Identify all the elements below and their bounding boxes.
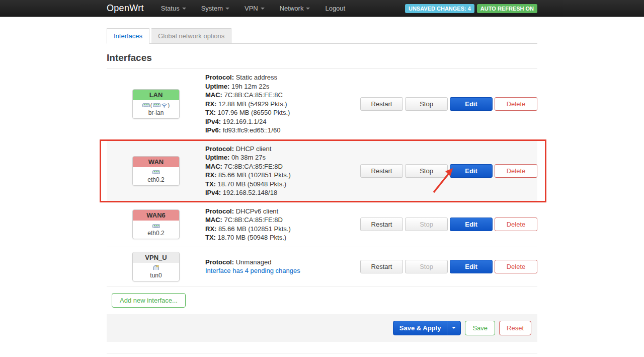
info-label: Protocol:: [205, 258, 234, 266]
info-label: Uptime:: [205, 83, 229, 90]
info-value: DHCPv6 client: [236, 207, 279, 215]
page-title: Interfaces: [107, 52, 537, 63]
info-value: 85.66 MB (102851 Pkts.): [218, 225, 291, 233]
interface-row-wan6: WAN6 eth0.2 Protocol: DHCPv6 client MAC:…: [107, 202, 537, 247]
nav-menu-vpn[interactable]: VPN: [245, 5, 265, 12]
restart-button-wan6[interactable]: Restart: [360, 218, 403, 231]
interface-badge-name: VPN_U: [133, 252, 179, 263]
edit-button-wan[interactable]: Edit: [450, 164, 493, 178]
unsaved-changes-badge[interactable]: UNSAVED CHANGES: 4: [405, 4, 474, 13]
nav-menu-status[interactable]: Status: [161, 5, 186, 12]
info-value: 192.168.52.148/18: [223, 189, 277, 196]
nav-menu-vpn-label: VPN: [245, 5, 258, 12]
edit-button-vpnu[interactable]: Edit: [450, 260, 493, 273]
chevron-down-icon: [261, 8, 265, 10]
info-label: IPv4:: [205, 118, 221, 125]
tab-global-network-options[interactable]: Global network options: [151, 28, 231, 44]
interface-badge-wan: WAN eth0.2: [132, 156, 180, 186]
info-value: 85.66 MB (102851 Pkts.): [218, 171, 291, 179]
delete-button-wan6[interactable]: Delete: [495, 218, 537, 231]
info-label: RX:: [205, 225, 216, 233]
auto-refresh-badge[interactable]: AUTO REFRESH ON: [477, 4, 537, 13]
info-value: fd93:ffc9:ed65::1/60: [223, 126, 281, 134]
reset-button[interactable]: Reset: [499, 321, 531, 335]
delete-button-lan[interactable]: Delete: [495, 97, 537, 111]
restart-button-lan[interactable]: Restart: [360, 97, 403, 111]
info-label: TX:: [205, 234, 216, 241]
info-label: MAC:: [205, 91, 222, 99]
stop-button-vpnu[interactable]: Stop: [405, 260, 448, 273]
restart-button-wan[interactable]: Restart: [360, 164, 403, 178]
delete-button-wan[interactable]: Delete: [495, 164, 537, 178]
info-label: RX:: [205, 171, 216, 179]
interface-badge-lan: LAN ( ) br-lan: [132, 89, 180, 119]
add-new-interface-button[interactable]: Add new interface...: [112, 293, 186, 308]
interface-info-wan6: Protocol: DHCPv6 client MAC: 7C:8B:CA:85…: [205, 207, 353, 242]
tab-interfaces[interactable]: Interfaces: [107, 28, 149, 44]
info-value: 12.88 MB (54929 Pkts.): [218, 100, 287, 108]
nav-menu-status-label: Status: [161, 5, 180, 12]
info-value: Unmanaged: [236, 258, 272, 266]
info-label: MAC:: [205, 163, 222, 170]
stop-button-wan[interactable]: Stop: [405, 164, 448, 178]
info-label: TX:: [205, 109, 216, 116]
interface-badge-vpnu: VPN_U tun0: [132, 252, 180, 281]
interface-device-name: tun0: [133, 272, 179, 279]
nav-menu-system-label: System: [201, 5, 223, 12]
save-and-apply-button[interactable]: Save & Apply: [393, 321, 461, 335]
interface-device-name: eth0.2: [133, 176, 179, 183]
info-value: 0h 38m 27s: [231, 154, 266, 161]
chevron-down-icon: [452, 327, 456, 329]
stop-button-lan[interactable]: Stop: [405, 97, 448, 111]
pending-changes-link[interactable]: Interface has 4 pending changes: [205, 267, 300, 274]
nav-logout[interactable]: Logout: [325, 5, 345, 12]
interface-badge-name: LAN: [133, 90, 179, 100]
chevron-down-icon: [306, 8, 310, 10]
info-value: DHCP client: [236, 145, 272, 153]
nav-menu-network[interactable]: Network: [280, 5, 310, 12]
restart-button-vpnu[interactable]: Restart: [360, 260, 403, 273]
info-value: 18.70 MB (50948 Pkts.): [218, 234, 287, 241]
info-label: MAC:: [205, 216, 222, 224]
openwrt-logo: OpenWrt: [107, 3, 144, 14]
info-label: Uptime:: [205, 154, 229, 161]
info-label: TX:: [205, 180, 216, 188]
save-action-bar: Save & Apply Save Reset: [107, 314, 537, 342]
interface-row-wan: WAN eth0.2 Protocol: DHCP client Uptime:…: [107, 140, 537, 202]
info-value: 7C:8B:CA:85:FE:8C: [224, 91, 283, 99]
interface-info-vpnu: Protocol: Unmanaged Interface has 4 pend…: [205, 258, 353, 275]
nav-menu-system[interactable]: System: [201, 5, 229, 12]
info-value: Static address: [236, 74, 277, 81]
tab-bar: Interfaces Global network options: [107, 28, 537, 44]
interface-badge-name: WAN6: [133, 210, 179, 221]
edit-button-lan[interactable]: Edit: [450, 97, 493, 111]
info-value: 107.96 MB (86550 Pkts.): [218, 109, 290, 116]
info-label: Protocol:: [205, 207, 234, 215]
interface-badge-name: WAN: [133, 157, 179, 167]
chevron-down-icon: [182, 8, 186, 10]
ethernet-bridge-wifi-icon: ( ): [133, 102, 179, 109]
info-label: IPv4:: [205, 189, 221, 196]
info-label: IPv6:: [205, 126, 221, 134]
save-and-apply-label: Save & Apply: [393, 321, 447, 335]
interface-row-vpnu: VPN_U tun0 Protocol: Unmanaged Interface…: [107, 247, 537, 287]
save-button[interactable]: Save: [465, 321, 495, 335]
save-apply-dropdown-toggle[interactable]: [447, 321, 460, 335]
interface-info-lan: Protocol: Static address Uptime: 19h 12m…: [205, 73, 353, 135]
tunnel-icon: [133, 264, 179, 272]
footer: Powered by LuCI openwrt-19.07 branch (gi…: [107, 353, 537, 357]
interface-badge-wan6: WAN6 eth0.2: [132, 209, 180, 239]
stop-button-wan6[interactable]: Stop: [405, 218, 448, 231]
edit-button-wan6[interactable]: Edit: [450, 218, 493, 231]
chevron-down-icon: [225, 8, 229, 10]
interface-device-name: eth0.2: [133, 230, 179, 237]
delete-button-vpnu[interactable]: Delete: [495, 260, 537, 273]
info-value: 7C:8B:CA:85:FE:8D: [224, 216, 283, 224]
interface-info-wan: Protocol: DHCP client Uptime: 0h 38m 27s…: [205, 145, 353, 197]
interface-row-lan: LAN ( ) br-lan Protocol: Static address …: [107, 68, 537, 140]
info-value: 7C:8B:CA:85:FE:8D: [224, 163, 283, 170]
interface-device-name: br-lan: [133, 109, 179, 116]
nav-menu-network-label: Network: [280, 5, 304, 12]
info-label: Protocol:: [205, 74, 234, 81]
info-label: Protocol:: [205, 145, 234, 153]
